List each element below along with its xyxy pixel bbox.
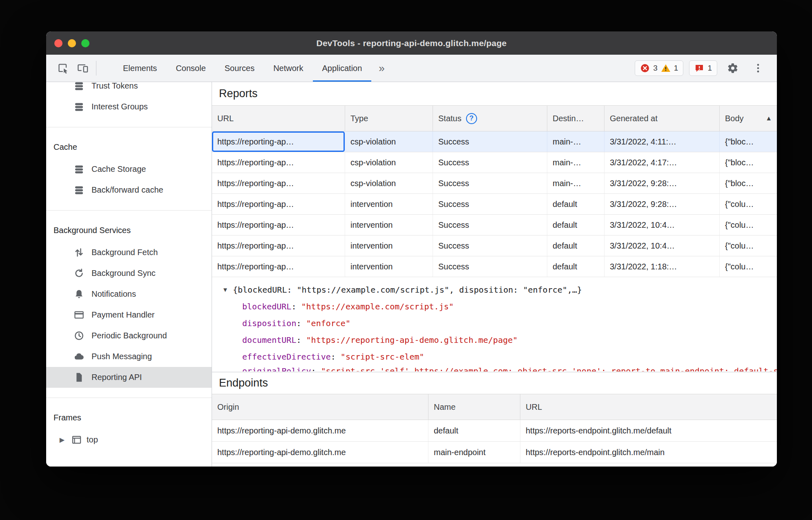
json-property-line[interactable]: effectiveDirective: "script-src-elem" xyxy=(212,348,777,365)
tab-console[interactable]: Console xyxy=(166,55,215,82)
json-summary-line[interactable]: ▼ {blockedURL: "https://example.com/scri… xyxy=(212,281,777,298)
report-url-cell[interactable]: https://reporting-ap… xyxy=(212,236,345,256)
sidebar-item-periodic-background-sync[interactable]: Periodic Background xyxy=(46,325,212,346)
sidebar-item-trust-tokens[interactable]: Trust Tokens xyxy=(46,82,212,96)
report-status-cell[interactable]: Success xyxy=(433,131,547,152)
report-type-cell[interactable]: csp-violation xyxy=(345,131,433,152)
report-destination-cell[interactable]: main-… xyxy=(547,152,605,173)
report-type-cell[interactable]: intervention xyxy=(345,215,433,235)
report-generated-cell[interactable]: 3/31/2022, 4:17:… xyxy=(605,152,720,173)
report-generated-cell[interactable]: 3/31/2022, 9:28:… xyxy=(605,173,720,193)
report-url-cell[interactable]: https://reporting-ap… xyxy=(212,194,345,214)
issues-badge[interactable]: 1 xyxy=(689,60,717,76)
report-row[interactable]: https://reporting-ap… intervention Succe… xyxy=(212,236,777,256)
report-status-cell[interactable]: Success xyxy=(433,256,547,277)
column-header-generated-at[interactable]: Generated at xyxy=(605,106,720,131)
settings-button[interactable] xyxy=(723,58,743,78)
column-header-body[interactable]: Body ▲ xyxy=(720,106,777,131)
report-status-cell[interactable]: Success xyxy=(433,236,547,256)
report-generated-cell[interactable]: 3/31/2022, 10:4… xyxy=(605,236,720,256)
sidebar-item-cache-storage[interactable]: Cache Storage xyxy=(46,159,212,180)
json-property-line[interactable]: blockedURL: "https://example.com/script.… xyxy=(212,298,777,315)
report-type-cell[interactable]: csp-violation xyxy=(345,173,433,193)
endpoint-origin-cell[interactable]: https://reporting-api-demo.glitch.me xyxy=(212,420,428,441)
sidebar-item-push-messaging[interactable]: Push Messaging xyxy=(46,346,212,367)
report-destination-cell[interactable]: main-… xyxy=(547,131,605,152)
report-body-cell[interactable]: {"colu… xyxy=(720,236,777,256)
sidebar-item-background-fetch[interactable]: Background Fetch xyxy=(46,242,212,263)
device-toolbar-button[interactable] xyxy=(73,58,93,78)
tab-application[interactable]: Application xyxy=(313,55,372,82)
sidebar-item-payment-handler[interactable]: Payment Handler xyxy=(46,304,212,325)
column-header-status[interactable]: Status ? xyxy=(433,106,547,131)
report-body-cell[interactable]: {"bloc… xyxy=(720,173,777,193)
sidebar-item-frame-top[interactable]: ▶ top xyxy=(46,429,212,450)
tab-network[interactable]: Network xyxy=(264,55,312,82)
report-status-cell[interactable]: Success xyxy=(433,152,547,173)
column-header-type[interactable]: Type xyxy=(345,106,433,131)
report-destination-cell[interactable]: default xyxy=(547,236,605,256)
close-window-button[interactable] xyxy=(54,39,62,47)
report-row[interactable]: https://reporting-ap… intervention Succe… xyxy=(212,194,777,215)
more-options-button[interactable] xyxy=(748,58,768,78)
report-row[interactable]: https://reporting-ap… intervention Succe… xyxy=(212,215,777,236)
report-url-cell[interactable]: https://reporting-ap… xyxy=(212,215,345,235)
report-destination-cell[interactable]: default xyxy=(547,256,605,277)
report-type-cell[interactable]: intervention xyxy=(345,236,433,256)
sidebar-item-notifications[interactable]: Notifications xyxy=(46,284,212,304)
endpoint-name-cell[interactable]: default xyxy=(428,420,520,441)
report-body-cell[interactable]: {"colu… xyxy=(720,256,777,277)
tab-elements[interactable]: Elements xyxy=(114,55,166,82)
report-url-cell[interactable]: https://reporting-ap… xyxy=(212,131,345,152)
report-row[interactable]: https://reporting-ap… csp-violation Succ… xyxy=(212,131,777,152)
json-property-line-clipped[interactable]: originalPolicy: "script-src 'self' https… xyxy=(212,365,777,371)
report-row[interactable]: https://reporting-ap… intervention Succe… xyxy=(212,256,777,277)
report-row[interactable]: https://reporting-ap… csp-violation Succ… xyxy=(212,173,777,194)
inspect-element-button[interactable] xyxy=(54,58,73,78)
sidebar-item-back-forward-cache[interactable]: Back/forward cache xyxy=(46,180,212,200)
report-type-cell[interactable]: csp-violation xyxy=(345,152,433,173)
console-errors-warnings-badge[interactable]: 3 1 xyxy=(635,60,683,76)
json-property-line[interactable]: documentURL: "https://reporting-api-demo… xyxy=(212,331,777,348)
endpoint-row[interactable]: https://reporting-api-demo.glitch.me def… xyxy=(212,420,777,442)
endpoint-url-cell[interactable]: https://reports-endpoint.glitch.me/defau… xyxy=(520,420,777,441)
report-type-cell[interactable]: intervention xyxy=(345,194,433,214)
column-header-destination[interactable]: Destin… xyxy=(547,106,605,131)
endpoint-url-cell[interactable]: https://reports-endpoint.glitch.me/main xyxy=(520,442,777,463)
tree-expanded-icon[interactable]: ▼ xyxy=(222,286,233,293)
more-tabs-button[interactable]: » xyxy=(371,55,392,82)
fullscreen-window-button[interactable] xyxy=(81,39,89,47)
report-destination-cell[interactable]: default xyxy=(547,215,605,235)
sidebar-item-reporting-api[interactable]: Reporting API xyxy=(46,367,212,388)
report-destination-cell[interactable]: main-… xyxy=(547,173,605,193)
report-url-cell[interactable]: https://reporting-ap… xyxy=(212,152,345,173)
report-body-cell[interactable]: {"bloc… xyxy=(720,152,777,173)
endpoint-origin-cell[interactable]: https://reporting-api-demo.glitch.me xyxy=(212,442,428,463)
endpoint-name-cell[interactable]: main-endpoint xyxy=(428,442,520,463)
column-header-origin[interactable]: Origin xyxy=(212,394,428,420)
column-header-endpoint-url[interactable]: URL xyxy=(520,394,777,420)
report-body-cell[interactable]: {"colu… xyxy=(720,215,777,235)
report-status-cell[interactable]: Success xyxy=(433,194,547,214)
tab-sources[interactable]: Sources xyxy=(215,55,264,82)
status-help-icon[interactable]: ? xyxy=(466,113,477,124)
report-url-cell[interactable]: https://reporting-ap… xyxy=(212,256,345,277)
json-property-line[interactable]: disposition: "enforce" xyxy=(212,315,777,331)
report-row[interactable]: https://reporting-ap… csp-violation Succ… xyxy=(212,152,777,173)
sidebar-item-interest-groups[interactable]: Interest Groups xyxy=(46,96,212,117)
report-url-cell[interactable]: https://reporting-ap… xyxy=(212,173,345,193)
report-body-cell[interactable]: {"bloc… xyxy=(720,131,777,152)
sidebar-item-background-sync[interactable]: Background Sync xyxy=(46,263,212,284)
report-generated-cell[interactable]: 3/31/2022, 4:11:… xyxy=(605,131,720,152)
column-header-name[interactable]: Name xyxy=(428,394,520,420)
report-generated-cell[interactable]: 3/31/2022, 1:18:… xyxy=(605,256,720,277)
report-status-cell[interactable]: Success xyxy=(433,215,547,235)
minimize-window-button[interactable] xyxy=(68,39,76,47)
report-type-cell[interactable]: intervention xyxy=(345,256,433,277)
report-generated-cell[interactable]: 3/31/2022, 10:4… xyxy=(605,215,720,235)
report-destination-cell[interactable]: default xyxy=(547,194,605,214)
chevron-right-icon[interactable]: ▶ xyxy=(58,436,67,444)
report-body-cell[interactable]: {"colu… xyxy=(720,194,777,214)
endpoint-row[interactable]: https://reporting-api-demo.glitch.me mai… xyxy=(212,442,777,463)
column-header-url[interactable]: URL xyxy=(212,106,345,131)
